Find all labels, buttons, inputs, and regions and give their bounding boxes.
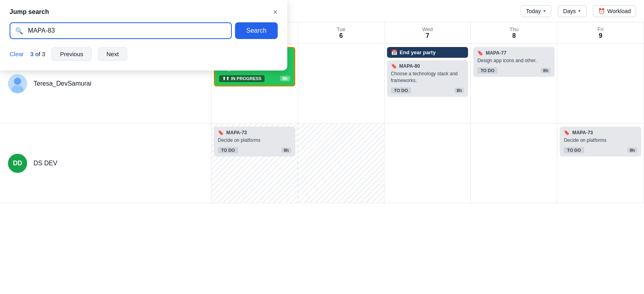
search-count: 3 of 3 bbox=[30, 51, 45, 57]
task-mapa73-fri-desc: Decide on platforms bbox=[564, 137, 637, 144]
teresa-avatar bbox=[8, 74, 27, 93]
search-icon: 🔍 bbox=[15, 27, 23, 35]
jump-search-header: Jump search × bbox=[10, 8, 278, 16]
task-mapa77-hours: 8h bbox=[541, 68, 551, 73]
task-mapa73-mon-hours: 8h bbox=[281, 147, 291, 153]
calendar-icon: 📅 bbox=[391, 49, 397, 55]
workload-label: Workload bbox=[607, 8, 631, 14]
end-year-party-event[interactable]: 📅 End year party bbox=[387, 47, 468, 58]
workload-clock-icon: ⏰ bbox=[598, 8, 605, 14]
jump-search-input-row: 🔍 Search bbox=[10, 22, 278, 39]
workload-button[interactable]: ⏰ Workload bbox=[593, 5, 636, 17]
task-bookmark-icon: 🔖 bbox=[391, 63, 397, 69]
task-bookmark-icon-73m: 🔖 bbox=[218, 130, 224, 135]
task-mapa83-status: ⬆⬆ IN PROGRESS bbox=[219, 75, 265, 82]
teresa-wed-cell[interactable]: 📅 End year party 🔖 MAPA-80 Choose a tech… bbox=[385, 44, 471, 123]
task-mapa80-desc: Choose a technology stack and frameworks… bbox=[391, 71, 464, 84]
dsdev-cells: 🔖 MAPA-73 Decide on platforms TO DO 8h bbox=[211, 123, 644, 203]
dsdev-label: DD DS DEV bbox=[0, 123, 211, 203]
days-button[interactable]: Days ▼ bbox=[558, 5, 587, 17]
today-chevron-icon: ▼ bbox=[542, 9, 546, 13]
dsdev-tue-cell[interactable] bbox=[298, 123, 385, 203]
day-header-tue: Tue 6 bbox=[298, 22, 385, 43]
dsdev-fri-cell[interactable]: 🔖 MAPA-73 Decide on platforms TO DO 8h bbox=[557, 123, 644, 203]
clear-button[interactable]: Clear bbox=[10, 51, 24, 57]
dsdev-mon-cell[interactable]: 🔖 MAPA-73 Decide on platforms TO DO 8h bbox=[211, 123, 298, 203]
dsdev-name: DS DEV bbox=[34, 160, 57, 167]
days-chevron-icon: ▼ bbox=[577, 9, 581, 13]
priority-icon: ⬆⬆ bbox=[222, 76, 229, 81]
teresa-name: Teresa_DevSamurai bbox=[34, 80, 91, 87]
task-mapa80-status: TO DO bbox=[391, 87, 411, 94]
jump-search-title: Jump search bbox=[10, 8, 49, 16]
jump-search-close-button[interactable]: × bbox=[273, 8, 278, 16]
jump-search-panel: Jump search × 🔍 Search Clear 3 of 3 Prev… bbox=[0, 0, 287, 71]
task-mapa83-hours: 8h bbox=[280, 76, 290, 81]
today-label: Today bbox=[526, 8, 541, 14]
next-button[interactable]: Next bbox=[98, 47, 127, 61]
dsdev-row: DD DS DEV 🔖 MAPA-73 Decide on platforms … bbox=[0, 123, 644, 203]
task-mapa73-fri-status: TO DO bbox=[564, 147, 584, 153]
teresa-fri-cell[interactable] bbox=[557, 44, 644, 123]
teresa-thu-cell[interactable]: 🔖 MAPA-77 Design app icons and other. TO… bbox=[471, 44, 557, 123]
day-header-fri: Fri 9 bbox=[557, 22, 644, 43]
dsdev-wed-cell[interactable] bbox=[385, 123, 471, 203]
dsdev-thu-cell[interactable] bbox=[471, 123, 557, 203]
task-mapa77-status: TO DO bbox=[477, 67, 498, 74]
task-mapa73-fri-hours: 8h bbox=[627, 147, 637, 153]
days-label: Days bbox=[563, 8, 576, 14]
task-mapa77-desc: Design app icons and other. bbox=[477, 57, 551, 64]
jump-search-input[interactable] bbox=[25, 23, 226, 38]
task-bookmark-icon-77: 🔖 bbox=[477, 50, 483, 56]
task-mapa73-mon[interactable]: 🔖 MAPA-73 Decide on platforms TO DO 8h bbox=[214, 127, 295, 157]
task-bookmark-icon-73f: 🔖 bbox=[564, 130, 570, 135]
task-mapa77[interactable]: 🔖 MAPA-77 Design app icons and other. TO… bbox=[473, 47, 555, 77]
task-mapa80[interactable]: 🔖 MAPA-80 Choose a technology stack and … bbox=[387, 60, 468, 97]
teresa-tue-cell[interactable] bbox=[298, 44, 385, 123]
jump-search-input-wrap: 🔍 bbox=[10, 22, 232, 39]
svg-point-1 bbox=[14, 78, 21, 85]
today-button[interactable]: Today ▼ bbox=[521, 5, 551, 17]
search-button[interactable]: Search bbox=[235, 22, 278, 39]
day-header-wed: Wed 7 bbox=[385, 22, 471, 43]
previous-button[interactable]: Previous bbox=[51, 47, 91, 61]
task-mapa73-fri[interactable]: 🔖 MAPA-73 Decide on platforms TO DO 8h bbox=[560, 127, 641, 157]
calendar-body: Teresa_DevSamurai ⚑ MAPA-83 Choose a col… bbox=[0, 44, 644, 294]
dsdev-avatar: DD bbox=[8, 154, 27, 173]
top-bar-right: Today ▼ Days ▼ ⏰ Workload bbox=[521, 5, 636, 17]
task-mapa73-mon-desc: Decide on platforms bbox=[218, 137, 291, 144]
jump-search-navigation: Clear 3 of 3 Previous Next bbox=[10, 47, 278, 61]
task-mapa80-hours: 8h bbox=[454, 88, 464, 93]
task-mapa73-mon-status: TO DO bbox=[218, 147, 238, 153]
day-header-thu: Thu 8 bbox=[471, 22, 557, 43]
